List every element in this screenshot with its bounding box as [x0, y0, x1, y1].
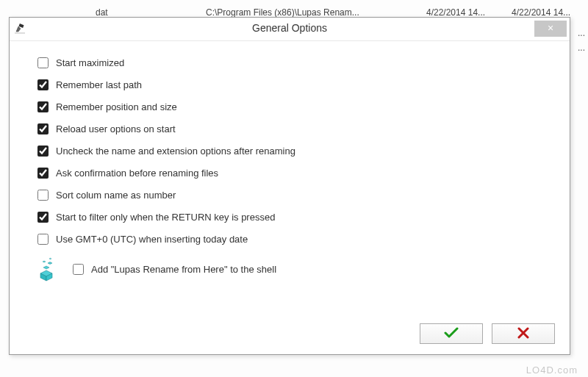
opt-label: Ask confirmation before renaming files [56, 168, 218, 179]
opt-use-gmt[interactable]: Use GMT+0 (UTC) when inserting today dat… [37, 234, 549, 245]
opt-label: Remember position and size [56, 101, 177, 112]
checkbox-sort-column[interactable] [37, 190, 49, 201]
shell-option-row: Add "Lupas Rename from Here" to the shel… [33, 256, 549, 282]
opt-uncheck-after-rename[interactable]: Uncheck the name and extension options a… [37, 146, 549, 157]
checkbox-add-shell[interactable] [73, 264, 84, 275]
cancel-button[interactable] [492, 323, 555, 344]
opt-label: Add "Lupas Rename from Here" to the shel… [91, 264, 276, 275]
bg-date1: 4/22/2014 14... [426, 7, 485, 18]
checkbox-remember-position[interactable] [37, 101, 49, 112]
opt-sort-column[interactable]: Sort colum name as number [37, 190, 549, 201]
opt-label: Sort colum name as number [56, 190, 176, 201]
opt-add-shell[interactable]: Add "Lupas Rename from Here" to the shel… [73, 264, 276, 275]
opt-remember-position[interactable]: Remember position and size [37, 101, 549, 112]
checkbox-remember-last-path[interactable] [37, 79, 49, 90]
opt-ask-confirmation[interactable]: Ask confirmation before renaming files [37, 168, 549, 179]
row-ellipsis-1: ... [578, 28, 585, 38]
checkbox-start-maximized[interactable] [37, 57, 49, 68]
bg-date2: 4/22/2014 14... [512, 7, 570, 18]
row-ellipsis-2: ... [578, 43, 585, 53]
opt-label: Start to filter only when the RETURN key… [56, 212, 275, 223]
opt-start-maximized[interactable]: Start maximized [37, 57, 549, 68]
bg-ext: dat [96, 7, 108, 18]
bg-path: C:\Program Files (x86)\Lupas Renam... [206, 7, 359, 18]
opt-label: Start maximized [56, 57, 124, 68]
checkbox-reload-user-options[interactable] [37, 123, 49, 134]
svg-marker-8 [43, 261, 46, 262]
checkbox-uncheck-after-rename[interactable] [37, 146, 49, 157]
registry-cube-icon [33, 256, 60, 282]
opt-label: Use GMT+0 (UTC) when inserting today dat… [56, 234, 248, 245]
svg-marker-7 [48, 262, 52, 265]
watermark: LO4D.com [526, 365, 578, 376]
svg-marker-6 [43, 266, 49, 269]
general-options-dialog: General Options × Start maximized Rememb… [9, 17, 570, 355]
dialog-footer [420, 323, 555, 344]
opt-remember-last-path[interactable]: Remember last path [37, 79, 549, 90]
dialog-title: General Options [10, 22, 570, 34]
close-button[interactable]: × [534, 21, 567, 37]
checkbox-use-gmt[interactable] [37, 234, 49, 245]
options-content: Start maximized Remember last path Remem… [10, 41, 570, 282]
titlebar: General Options × [10, 18, 570, 41]
check-icon [444, 327, 459, 341]
checkbox-filter-return[interactable] [37, 212, 49, 223]
opt-reload-user-options[interactable]: Reload user options on start [37, 123, 549, 134]
svg-marker-9 [49, 258, 51, 259]
cross-icon [517, 327, 529, 341]
opt-label: Remember last path [56, 79, 142, 90]
checkbox-ask-confirmation[interactable] [37, 168, 49, 179]
opt-label: Uncheck the name and extension options a… [56, 146, 295, 157]
opt-filter-return[interactable]: Start to filter only when the RETURN key… [37, 212, 549, 223]
opt-label: Reload user options on start [56, 123, 176, 134]
ok-button[interactable] [420, 323, 483, 344]
